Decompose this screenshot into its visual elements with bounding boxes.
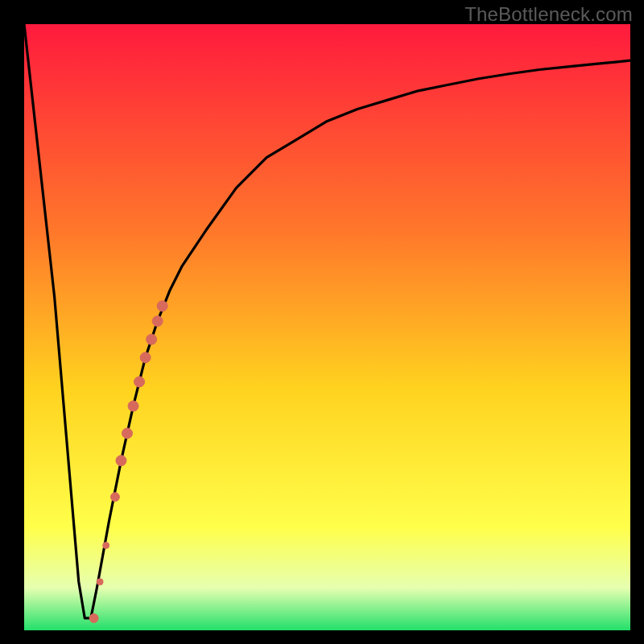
marker-point [134, 377, 145, 387]
marker-point [122, 428, 133, 439]
chart-frame: TheBottleneck.com [0, 0, 644, 644]
marker-point [128, 401, 138, 411]
marker-point [147, 334, 157, 345]
chart-svg [24, 24, 630, 630]
marker-point [97, 579, 103, 585]
marker-point [103, 543, 109, 549]
marker-point [157, 301, 167, 312]
plot-area [24, 24, 630, 630]
marker-point [140, 353, 151, 363]
marker-point [152, 316, 163, 326]
marker-point [89, 613, 98, 622]
marker-point [116, 456, 126, 466]
marker-point [110, 493, 119, 502]
watermark-text: TheBottleneck.com [464, 3, 633, 26]
gradient-background [24, 24, 630, 630]
